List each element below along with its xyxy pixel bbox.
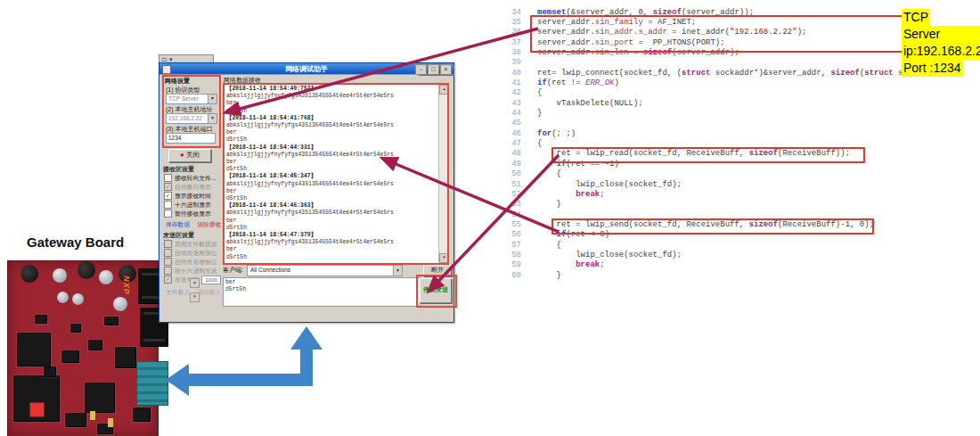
send-button[interactable]: 停止发送 [420, 278, 452, 303]
code-text: if(ret < 0) [537, 230, 609, 239]
code-text: memset(&server_addr, 0, sizeof(server_ad… [537, 8, 754, 17]
link-red[interactable]: 清除输入 [197, 288, 221, 297]
chip-component [17, 333, 51, 366]
code-text: server_addr.sin_addr.s_addr = inet_addr(… [537, 28, 806, 37]
link-red[interactable]: 清除接收 [197, 220, 221, 229]
host-address-value: 192.168.2.22 [168, 115, 202, 121]
log-entry: 【2018-11-14 18:54:41:768】abkslsjjlgjjyfn… [226, 115, 445, 144]
code-token: = [629, 48, 643, 57]
host-address-select[interactable]: 192.168.2.22 ▼ [166, 113, 217, 124]
code-token: "192.168.2.22" [730, 28, 797, 37]
checkbox-option[interactable]: 启用文件数据源 [164, 240, 217, 248]
log-timestamp: 【2018-11-14 18:54:41:768】 [226, 115, 445, 122]
checkbox-option[interactable]: 按十六进制发送 [164, 267, 217, 275]
unchecked-checkbox-icon[interactable] [164, 210, 172, 218]
send-period-input[interactable]: 1000 [201, 276, 221, 284]
scroll-up-icon[interactable]: ▲ [439, 85, 449, 95]
log-line: abkslsjjlgjjyfnyfyfgs43513545554t4ee4r5t… [226, 210, 445, 217]
chip-component [104, 317, 118, 325]
maximize-icon[interactable]: □ [428, 64, 439, 75]
checkbox-option[interactable]: ✓自动换行显示 [164, 183, 211, 191]
code-text: lwip_close(socket_fd); [537, 251, 682, 259]
unchecked-checkbox-icon[interactable] [164, 249, 172, 257]
code-token: { [537, 169, 561, 178]
checkbox-label: 启用文件数据源 [175, 240, 217, 249]
annotation-line: TCP [902, 9, 980, 26]
checked-checkbox-icon[interactable]: ✓ [164, 192, 172, 200]
unchecked-checkbox-icon[interactable] [164, 267, 172, 275]
code-token: ret = lwip_send(socket_fd, ReceiveBuff, [537, 220, 749, 229]
code-text: } [537, 109, 542, 118]
checkbox-option[interactable]: ✓显示接收时间 [164, 192, 211, 200]
checked-checkbox-icon[interactable]: ✓ [164, 183, 172, 191]
line-number: 43 [503, 99, 521, 108]
log-entry: 【2018-11-14 18:54:46:363】abkslsjjlgjjyfn… [226, 202, 445, 232]
line-number: 49 [503, 160, 521, 169]
unchecked-checkbox-icon[interactable] [164, 258, 172, 266]
send-box-scrollbar[interactable]: ▲ ▼ [190, 278, 197, 302]
unchecked-checkbox-icon[interactable] [164, 240, 172, 248]
capacitor-component [113, 297, 127, 311]
code-token: ) [614, 78, 618, 87]
checkbox-option[interactable]: 接收转向文件... [164, 174, 216, 182]
log-line: ber [226, 218, 445, 225]
code-token: } [537, 109, 542, 118]
unchecked-checkbox-icon[interactable] [164, 201, 172, 209]
code-line: 44} [503, 108, 980, 118]
chip-component [115, 347, 136, 368]
line-number: 36 [503, 28, 521, 37]
code-token: server_addr. [537, 48, 595, 57]
line-number: 39 [503, 58, 521, 67]
code-token: (server_addr)); [682, 8, 754, 17]
link-blue[interactable]: 文件载入 [166, 288, 190, 297]
minimize-icon[interactable]: - [415, 64, 427, 75]
receive-log-entries: 【2018-11-14 18:54:40:752】abkslsjjlgjjyfn… [225, 85, 447, 262]
log-timestamp: 【2018-11-14 18:54:44:331】 [226, 144, 445, 152]
window-titlebar[interactable]: 网络调试助手 - □ × [159, 63, 453, 74]
code-text: { [537, 88, 542, 97]
checkbox-option[interactable]: 自动发送校验位 [164, 258, 217, 266]
line-number: 57 [503, 241, 521, 250]
log-scrollbar[interactable]: ▲ ▼ [438, 85, 447, 263]
line-number: 35 [503, 18, 521, 27]
close-connection-button[interactable]: ● 关闭 [168, 149, 211, 162]
line-number: 53 [503, 200, 521, 209]
close-icon[interactable]: × [440, 64, 452, 75]
unchecked-checkbox-icon[interactable] [164, 174, 172, 182]
line-number: 47 [503, 139, 521, 148]
code-line: 51 lwip_close(socket_fd); [503, 179, 980, 189]
chevron-down-icon[interactable]: ▼ [208, 95, 216, 103]
scroll-down-icon[interactable]: ▼ [190, 292, 200, 302]
checked-checkbox-icon[interactable]: ✓ [164, 276, 172, 284]
checkbox-option[interactable]: 自动发送附加位 [164, 249, 217, 257]
scroll-up-icon[interactable]: ▲ [190, 278, 200, 288]
log-timestamp: 【2018-11-14 18:54:47:379】 [226, 232, 445, 239]
link-blue[interactable]: 保存数据 [166, 220, 190, 229]
component [90, 411, 95, 420]
log-line: abkslsjjlgjjyfnyfyfgs43513545554t4ee4r5t… [226, 93, 445, 100]
code-line: 56 if(ret < 0) [503, 230, 980, 240]
checkbox-option[interactable]: 暂停接收显示 [164, 210, 211, 218]
chevron-down-icon[interactable]: ▼ [208, 114, 216, 123]
capacitor-component [99, 270, 113, 284]
code-line: 58 lwip_close(socket_fd); [503, 250, 980, 259]
code-line: 48 ret = lwip_read(socket_fd, ReceiveBuf… [503, 149, 980, 159]
client-select[interactable]: All Connections ▼ [247, 265, 403, 276]
teal-connector [136, 361, 168, 406]
code-token: = PP_HTONS(PORT); [633, 38, 725, 47]
code-text: } [537, 200, 561, 209]
scroll-down-icon[interactable]: ▼ [439, 253, 449, 263]
checkbox-option[interactable]: 十六进制显示 [164, 201, 211, 209]
code-line: 54 [503, 210, 980, 219]
code-token: vTaskDelete(NULL); [537, 99, 643, 108]
chevron-down-icon[interactable]: ▼ [393, 266, 402, 276]
send-input-area[interactable]: berd5rt5h [223, 277, 421, 307]
inductor-component [20, 265, 38, 283]
code-line: 60 } [503, 270, 980, 280]
code-token: ); [797, 28, 807, 37]
line-number: 41 [503, 78, 521, 87]
host-port-input[interactable]: 1234 [166, 133, 216, 144]
protocol-type-select[interactable]: TCP Server ▼ [166, 94, 217, 104]
disconnect-button[interactable]: 断开 [423, 265, 452, 276]
receive-log-area[interactable]: 【2018-11-14 18:54:40:752】abkslsjjlgjjyfn… [223, 83, 449, 265]
